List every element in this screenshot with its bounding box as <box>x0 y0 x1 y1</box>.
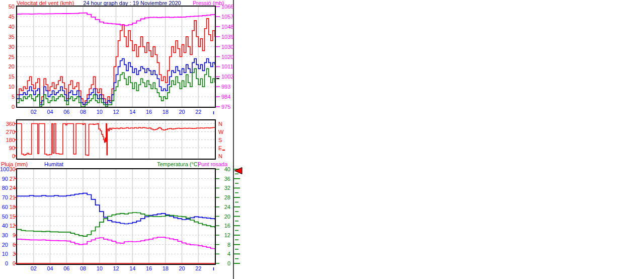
wind-tick-label: 50 <box>0 4 15 10</box>
hour-label: 02 <box>29 265 39 271</box>
wind-axis-title: Velocitat del vent (kmh) <box>17 0 74 6</box>
rain-tick-label: 9 <box>8 232 16 238</box>
hour-label: 18 <box>160 265 171 271</box>
hour-label: 10 <box>95 109 105 115</box>
temperature-tick-label: 0 <box>218 260 230 266</box>
temperature-arrow-marker <box>234 168 242 174</box>
rain-tick-label: 30 <box>8 166 16 172</box>
compass-label: E <box>218 145 222 151</box>
humidity-tick-label: 90 <box>0 176 8 182</box>
weather-graph-page: Velocitat del vent (kmh) 24 hour graph d… <box>0 0 644 279</box>
humidity-tick-label: 40 <box>0 223 8 229</box>
temperature-tick-label: 20 <box>218 214 230 220</box>
hour-label: 06 <box>61 265 71 271</box>
direction-tick-label: 0 <box>0 153 15 159</box>
pressure-tick-label: 1048 <box>221 24 233 30</box>
compass-label: N <box>218 121 222 127</box>
temperature-tick-label: 12 <box>218 232 230 238</box>
hour-label: 20 <box>177 109 187 115</box>
hour-label: 04 <box>45 265 55 271</box>
hour-label: 02 <box>29 109 39 115</box>
temperature-tick-label: 24 <box>218 204 230 210</box>
rain-tick-label: 18 <box>8 204 16 210</box>
page-title: 24 hour graph day : 19 Noviembre 2020 <box>75 0 189 6</box>
hour-label: 14 <box>127 265 137 271</box>
wind-tick-label: 45 <box>0 14 15 20</box>
wind-tick-label: 40 <box>0 24 15 30</box>
wind-tick-label: 15 <box>0 74 15 80</box>
hour-label: 04 <box>45 109 55 115</box>
hour-label: 20 <box>177 265 187 271</box>
hour-label: 22 <box>193 265 203 271</box>
wind-tick-label: 35 <box>0 34 15 40</box>
rain-tick-label: 12 <box>8 223 16 229</box>
hour-label: 14 <box>127 109 137 115</box>
humidity-tick-label: 50 <box>0 214 8 220</box>
wind-tick-label: 30 <box>0 44 15 50</box>
humidity-tick-label: 60 <box>0 204 8 210</box>
wind-tick-label: 10 <box>0 84 15 90</box>
direction-tick-label: 180 <box>0 137 15 143</box>
direction-tick-label: 360 <box>0 121 15 127</box>
humidity-tick-label: 10 <box>0 251 8 257</box>
humidity-tick-label: 30 <box>0 232 8 238</box>
humidity-axis-title: Humitat <box>44 161 63 167</box>
humidity-tick-label: 100 <box>0 166 8 172</box>
humidity-tick-label: 0 <box>0 260 8 266</box>
pressure-tick-label: 1020 <box>221 54 233 60</box>
pressure-tick-label: 984 <box>221 94 230 100</box>
hour-label: 08 <box>78 265 88 271</box>
hour-label: 08 <box>78 109 88 115</box>
temperature-tick-label: 32 <box>218 185 230 191</box>
hour-label: 22 <box>193 109 203 115</box>
temperature-tick-label: 28 <box>218 194 230 200</box>
pressure-tick-label: 1002 <box>221 74 233 80</box>
temperature-tick-label: 40 <box>218 166 230 172</box>
compass-label: S <box>218 137 222 143</box>
hour-label: 10 <box>95 265 105 271</box>
pressure-tick-label: 993 <box>221 84 230 90</box>
wind-tick-label: 5 <box>0 94 15 100</box>
rain-tick-label: 15 <box>8 214 16 220</box>
pressure-tick-label: 1039 <box>221 34 233 40</box>
pressure-tick-label: 975 <box>221 104 230 110</box>
rain-tick-label: 0 <box>8 260 16 266</box>
rain-tick-label: 24 <box>8 185 16 191</box>
rain-tick-label: 6 <box>8 242 16 248</box>
humidity-tick-label: 80 <box>0 185 8 191</box>
temperature-tick-label: 4 <box>218 251 230 257</box>
pressure-tick-label: 1066 <box>221 4 233 10</box>
hour-label: 06 <box>61 109 71 115</box>
temperature-tick-label: 36 <box>218 176 230 182</box>
pressure-axis-title: Pressió (mb) <box>193 0 224 6</box>
pressure-tick-label: 1057 <box>221 14 233 20</box>
temperature-axis-title: Temperatura (°C) <box>157 161 199 167</box>
rain-tick-label: 3 <box>8 251 16 257</box>
rain-tick-label: 27 <box>8 176 16 182</box>
wind-tick-label: 25 <box>0 54 15 60</box>
wind-tick-label: 0 <box>0 104 15 110</box>
hour-label: 18 <box>160 109 171 115</box>
temperature-tick-label: 8 <box>218 242 230 248</box>
wind-tick-label: 20 <box>0 63 15 69</box>
direction-tick-label: 270 <box>0 129 15 135</box>
hour-label: 16 <box>144 109 154 115</box>
humidity-tick-label: 20 <box>0 242 8 248</box>
compass-label: W <box>218 129 223 135</box>
charts-canvas <box>0 0 644 279</box>
compass-label: N <box>218 153 222 159</box>
direction-tick-label: 90 <box>0 145 15 151</box>
temperature-tick-label: 16 <box>218 223 230 229</box>
pressure-tick-label: 1011 <box>221 63 233 69</box>
hour-label: 12 <box>111 265 121 271</box>
rain-tick-label: 21 <box>8 194 16 200</box>
hour-label: 12 <box>111 109 121 115</box>
humidity-tick-label: 70 <box>0 194 8 200</box>
pressure-tick-label: 1030 <box>221 44 233 50</box>
hour-label: 16 <box>144 265 154 271</box>
